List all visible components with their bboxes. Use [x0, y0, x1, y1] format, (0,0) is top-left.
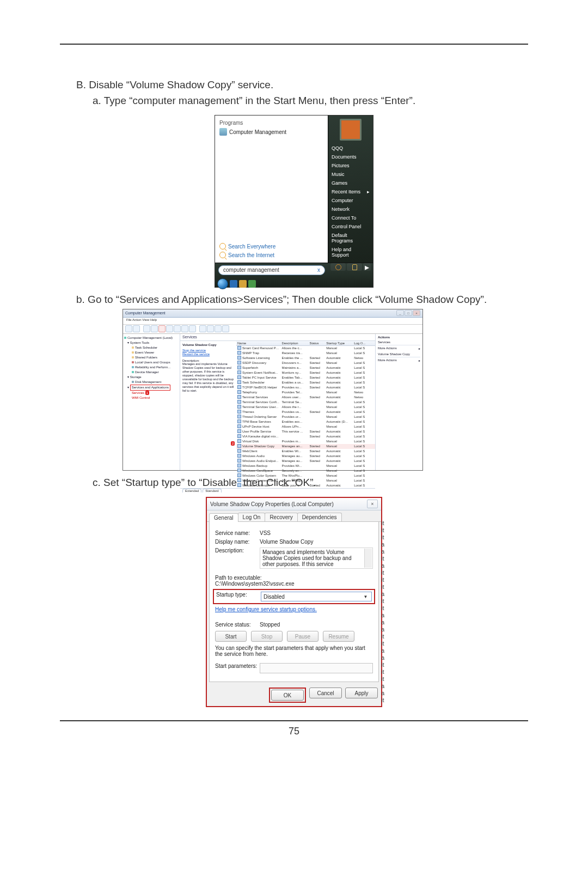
forward-icon[interactable]	[133, 325, 140, 332]
service-row[interactable]: Virtual DiskProvides m...ManualLocal S	[236, 439, 375, 444]
toolbar-icon[interactable]	[166, 325, 173, 332]
maximize-icon[interactable]: □	[405, 310, 412, 316]
service-row[interactable]: Windows DefenderScan your c...StartedAut…	[236, 483, 375, 488]
close-icon[interactable]: ×	[413, 310, 420, 316]
toolbar-icon[interactable]	[181, 325, 188, 332]
toolbar-icon[interactable]	[143, 325, 150, 332]
column-header[interactable]: Status	[309, 341, 326, 346]
play-icon[interactable]	[199, 325, 206, 332]
close-icon[interactable]: ×	[367, 500, 378, 508]
minimize-icon[interactable]: _	[396, 310, 404, 316]
column-header[interactable]: Description	[281, 341, 309, 346]
service-row[interactable]: Windows Color SystemThe WcsPlu...ManualL…	[236, 473, 375, 478]
service-row[interactable]: System Event Notificat...Monitors sy...S…	[236, 370, 375, 375]
start-right-item[interactable]: Control Panel	[328, 222, 373, 231]
toolbar-icon[interactable]	[174, 325, 181, 332]
start-right-item[interactable]: Default Programs	[328, 231, 373, 245]
service-row[interactable]: UPnP Device HostAllows UPn...ManualLocal…	[236, 424, 375, 429]
service-row[interactable]: TCP/IP NetBIOS HelperProvides su...Start…	[236, 385, 375, 390]
services-list[interactable]: 2 NameDescriptionStatusStartup TypeLog O…	[236, 341, 375, 488]
column-header[interactable]: Log O...	[353, 341, 375, 346]
search-everywhere[interactable]: Search Everywhere	[219, 243, 323, 250]
tab-dependencies[interactable]: Dependencies	[297, 513, 342, 521]
service-row[interactable]: TelephonyProvides Tel...ManualNetwo	[236, 390, 375, 395]
column-header[interactable]: Startup Type	[325, 341, 353, 346]
start-right-item[interactable]: Computer	[328, 196, 373, 205]
shutdown-options[interactable]: ▸	[363, 263, 371, 271]
start-right-item[interactable]: Music	[328, 170, 373, 179]
section-b-heading: B. Disable “Volume Shadow Copy” service.	[76, 77, 528, 93]
cancel-button[interactable]: Cancel	[309, 688, 342, 698]
service-row[interactable]: Windows AudioManages au...StartedAutomat…	[236, 454, 375, 459]
service-row[interactable]: Volume Shadow CopyManages an...StartedMa…	[236, 444, 375, 449]
tab-logon[interactable]: Log On	[238, 513, 266, 521]
service-row[interactable]: Windows Audio Endpoi...Manages au...Star…	[236, 459, 375, 464]
tab-general[interactable]: General	[209, 513, 238, 522]
service-row[interactable]: Terminal ServicesAllows user...StartedAu…	[236, 395, 375, 400]
tab-recovery[interactable]: Recovery	[265, 513, 297, 521]
mmc-menu[interactable]: File Action View Help	[123, 318, 422, 325]
start-right-item[interactable]: Network	[328, 205, 373, 214]
service-row[interactable]: User Profile ServiceThis service ...Star…	[236, 429, 375, 434]
service-row[interactable]: Terminal Services User...Allows the r...…	[236, 405, 375, 410]
start-right-item[interactable]: Connect To	[328, 214, 373, 222]
service-row[interactable]: Software LicensingEnables the ...Started…	[236, 356, 375, 361]
computer-management-result[interactable]: Computer Management	[219, 128, 323, 136]
more-actions-link[interactable]: More Actions▸	[378, 358, 420, 362]
service-row[interactable]: SNMP TrapReceives tra...ManualLocal S	[236, 351, 375, 356]
start-right-item[interactable]: Games	[328, 179, 373, 187]
service-row[interactable]: Tablet PC Input ServiceEnables Tab...Sta…	[236, 375, 375, 380]
restart-icon[interactable]	[222, 325, 229, 332]
start-parameters-input[interactable]	[260, 663, 373, 673]
column-header[interactable]: Name	[236, 341, 281, 346]
service-row[interactable]: Smart Card Removal Po...Allows the c...M…	[236, 345, 375, 351]
service-row[interactable]: SSDP DiscoveryDiscovers n...StartedManua…	[236, 361, 375, 366]
more-actions-link[interactable]: More Actions▸	[378, 346, 420, 350]
scrollbar[interactable]	[364, 549, 372, 568]
help-startup-link[interactable]: Help me configure service startup option…	[215, 606, 317, 612]
restart-service-link[interactable]: Restart the service	[182, 352, 234, 356]
resume-button[interactable]: Resume	[323, 631, 354, 642]
ok-button[interactable]: OK	[271, 690, 304, 701]
start-button[interactable]: Start	[215, 631, 247, 642]
service-row[interactable]: Terminal Services Confi...Terminal Se...…	[236, 400, 375, 405]
service-row[interactable]: SuperfetchMaintains a...StartedAutomatic…	[236, 366, 375, 370]
taskbar-icon[interactable]	[239, 280, 247, 288]
toolbar-icon[interactable]	[151, 325, 158, 332]
apply-button[interactable]: Apply	[345, 688, 378, 698]
toolbar-icon[interactable]	[158, 325, 166, 332]
mmc-tree[interactable]: Computer Management (Local) ▾ System Too…	[123, 334, 180, 470]
start-right-item[interactable]: Help and Support	[328, 245, 373, 259]
clear-search-icon[interactable]: x	[317, 266, 320, 275]
service-row[interactable]: Thread Ordering ServerProvides or...Manu…	[236, 415, 375, 419]
service-row[interactable]: Task SchedulerEnables a us...StartedAuto…	[236, 380, 375, 385]
service-row[interactable]: TPM Base ServicesEnables acc...Automatic…	[236, 419, 375, 424]
start-right-item[interactable]: Pictures	[328, 161, 373, 170]
service-row[interactable]: ThemesProvides us...StartedAutomaticLoca…	[236, 410, 375, 415]
startup-type-select[interactable]: Disabled ▼	[261, 592, 372, 601]
start-right-item[interactable]: Documents	[328, 153, 373, 161]
pause-icon[interactable]	[215, 325, 222, 332]
specify-text: You can specify the start parameters tha…	[215, 645, 373, 657]
lock-button[interactable]	[347, 263, 362, 271]
power-button[interactable]	[330, 263, 346, 271]
start-search-input[interactable]: computer management x	[218, 265, 325, 275]
pause-button[interactable]: Pause	[287, 631, 318, 642]
user-name[interactable]: QQQ	[328, 144, 373, 153]
service-row[interactable]: VIA Karaoke digital mix...StartedAutomat…	[236, 434, 375, 439]
stop-button[interactable]: Stop	[251, 631, 283, 642]
taskbar-icon[interactable]	[230, 280, 237, 288]
taskbar-icon[interactable]	[248, 280, 256, 288]
side-letters: itititaaitait ititaititaaa ititaaititita…	[381, 520, 384, 704]
service-row[interactable]: WebClientEnables Wi...StartedAutomaticLo…	[236, 449, 375, 454]
stop-icon[interactable]	[207, 325, 214, 332]
start-right-item[interactable]: Recent Items▸	[328, 187, 373, 196]
toolbar-icon[interactable]	[189, 325, 196, 332]
stop-service-link[interactable]: Stop the service	[182, 349, 234, 352]
search-internet[interactable]: Search the Internet	[219, 252, 323, 258]
service-row[interactable]: Windows CardSpaceSecurely en...ManualLoc…	[236, 469, 375, 473]
start-orb-icon[interactable]	[217, 278, 228, 289]
back-icon[interactable]	[125, 325, 132, 332]
service-row[interactable]: Windows BackupProvides Wi...ManualLocal …	[236, 464, 375, 469]
service-row[interactable]: Windows Connect Now...Act as a Reg...Man…	[236, 478, 375, 483]
